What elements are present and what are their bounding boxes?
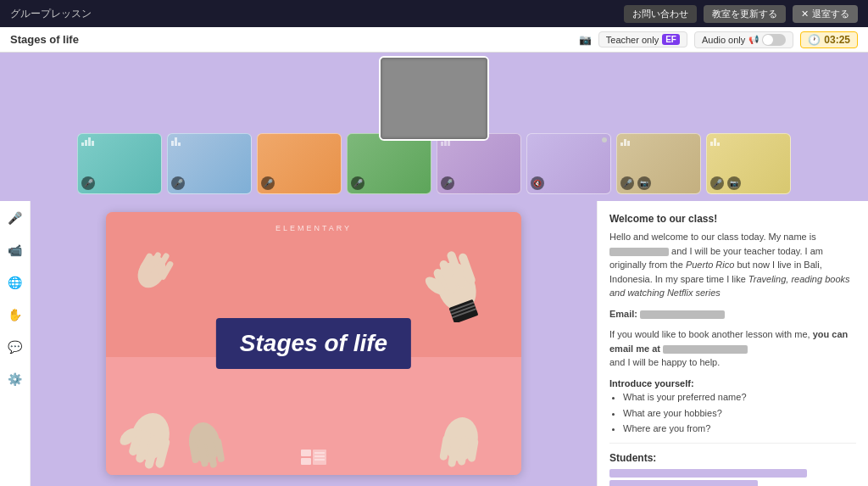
participant-thumb-2[interactable]: 🎤 bbox=[167, 133, 252, 194]
lesson-title: Stages of life bbox=[10, 33, 79, 46]
audio-bars-1 bbox=[81, 137, 94, 146]
student-bar-1 bbox=[609, 469, 807, 478]
clock-icon: 🕐 bbox=[808, 34, 821, 46]
mic-icon-1: 🎤 bbox=[81, 176, 95, 190]
close-button[interactable]: ✕ 退室する bbox=[793, 5, 858, 23]
mic-icon-8: 🎤 bbox=[710, 176, 724, 190]
video-area: 🎤 🎤 🎤 🎤 🎤 🔇 bbox=[0, 53, 868, 201]
update-button[interactable]: 教室を更新する bbox=[704, 5, 786, 23]
teacher-name-blurred bbox=[609, 248, 669, 256]
participant-thumb-3[interactable]: 🎤 bbox=[257, 133, 342, 194]
sidebar-chat-icon[interactable]: 💬 bbox=[5, 337, 25, 357]
close-label: 退室する bbox=[812, 8, 849, 20]
toggle-switch[interactable] bbox=[762, 34, 786, 46]
puerto-rico: Puerto Rico bbox=[686, 260, 734, 270]
bullet-3: Where are you from? bbox=[623, 422, 856, 436]
teacher-only-badge: Teacher only EF bbox=[598, 31, 687, 47]
welcome-body: Hello and welcome to our class today. My… bbox=[609, 230, 856, 300]
bullet-2: What are your hobbies? bbox=[623, 406, 856, 421]
camera-icon: 📷 bbox=[579, 34, 592, 46]
timer-value: 03:25 bbox=[824, 34, 850, 46]
svg-rect-33 bbox=[313, 450, 326, 465]
main-content: 🎤 📹 🌐 ✋ 💬 ⚙️ ELEMENTARY bbox=[0, 201, 868, 486]
mic-icon-2: 🎤 bbox=[171, 176, 185, 190]
hand-top-left bbox=[131, 229, 182, 297]
mic-icon-7: 🎤 bbox=[620, 176, 634, 190]
main-video bbox=[379, 56, 489, 141]
sidebar-video-icon[interactable]: 📹 bbox=[5, 240, 25, 260]
hand-top-right bbox=[411, 212, 487, 322]
status-dot-6 bbox=[602, 137, 607, 142]
mic-icon-4: 🎤 bbox=[351, 176, 364, 190]
slide-card: ELEMENTARY bbox=[106, 212, 521, 475]
mic-icon-3: 🎤 bbox=[261, 176, 275, 190]
thumbnail-strip: 🎤 🎤 🎤 🎤 🎤 🔇 bbox=[0, 133, 868, 194]
introduce-list: What is your preferred name? What are yo… bbox=[609, 390, 856, 436]
slide-title: Stages of life bbox=[240, 330, 387, 356]
video-icon-7: 📷 bbox=[637, 176, 651, 190]
students-block bbox=[609, 469, 856, 487]
participant-thumb-7[interactable]: 🎤 📷 bbox=[616, 133, 701, 194]
hand-bottom-left2 bbox=[174, 399, 233, 475]
welcome-title: Welcome to our class! bbox=[609, 211, 856, 226]
participant-thumb-4[interactable]: 🎤 bbox=[347, 133, 431, 194]
audio-bars-2 bbox=[171, 137, 181, 146]
audio-toggle: 📢 bbox=[748, 35, 759, 44]
timer-badge: 🕐 03:25 bbox=[800, 31, 858, 48]
email-section: Email: bbox=[609, 307, 856, 321]
subheader-controls: 📷 Teacher only EF Audio only 📢 🕐 03:25 bbox=[579, 31, 858, 48]
bullet-1: What is your preferred name? bbox=[623, 390, 856, 405]
participant-thumb-5[interactable]: 🎤 bbox=[437, 133, 521, 194]
slide-level-label: ELEMENTARY bbox=[275, 224, 352, 232]
mic-off-icon-6: 🔇 bbox=[531, 176, 544, 190]
participant-thumb-8[interactable]: 🎤 📷 bbox=[706, 133, 791, 194]
hand-bottom-right bbox=[428, 390, 496, 475]
ef-badge: EF bbox=[662, 34, 680, 45]
sidebar: 🎤 📹 🌐 ✋ 💬 ⚙️ bbox=[0, 201, 31, 486]
sidebar-hand-icon[interactable]: ✋ bbox=[5, 304, 25, 325]
book-section: If you would like to book another lesson… bbox=[609, 327, 856, 370]
slide-title-box: Stages of life bbox=[216, 318, 411, 369]
introduce-title: Introduce yourself: bbox=[609, 377, 856, 391]
email2-blurred bbox=[663, 345, 748, 354]
close-icon: ✕ bbox=[801, 8, 809, 20]
audio-only-label: Audio only bbox=[702, 35, 745, 45]
slide-area: ELEMENTARY bbox=[31, 201, 597, 486]
svg-rect-31 bbox=[301, 450, 311, 456]
email-blurred bbox=[640, 310, 725, 319]
participant-thumb-6[interactable]: 🔇 bbox=[526, 133, 611, 194]
teacher-only-label: Teacher only bbox=[606, 35, 659, 45]
svg-rect-32 bbox=[301, 458, 311, 465]
app-title: グループレッスン bbox=[10, 7, 92, 21]
mic-icon-5: 🎤 bbox=[441, 176, 454, 190]
right-panel: Welcome to our class! Hello and welcome … bbox=[597, 201, 868, 486]
inquiry-button[interactable]: お問い合わせ bbox=[624, 5, 697, 23]
topbar-actions: お問い合わせ 教室を更新する ✕ 退室する bbox=[624, 5, 858, 23]
video-icon-8: 📷 bbox=[727, 176, 741, 190]
audio-only-badge: Audio only 📢 bbox=[694, 31, 793, 48]
sidebar-globe-icon[interactable]: 🌐 bbox=[5, 272, 25, 293]
top-bar: グループレッスン お問い合わせ 教室を更新する ✕ 退室する bbox=[0, 0, 868, 27]
participant-thumb-1[interactable]: 🎤 bbox=[77, 133, 162, 194]
audio-bars-8 bbox=[710, 137, 720, 146]
sidebar-mic-icon[interactable]: 🎤 bbox=[5, 208, 25, 228]
audio-bars-7 bbox=[620, 137, 630, 146]
divider-1 bbox=[609, 443, 856, 444]
sidebar-settings-icon[interactable]: ⚙️ bbox=[5, 369, 25, 389]
subheader: Stages of life 📷 Teacher only EF Audio o… bbox=[0, 27, 868, 53]
students-title: Students: bbox=[609, 450, 856, 466]
main-video-pixelated bbox=[381, 58, 487, 139]
student-bar-2 bbox=[609, 480, 758, 487]
slide-logo bbox=[301, 450, 326, 466]
